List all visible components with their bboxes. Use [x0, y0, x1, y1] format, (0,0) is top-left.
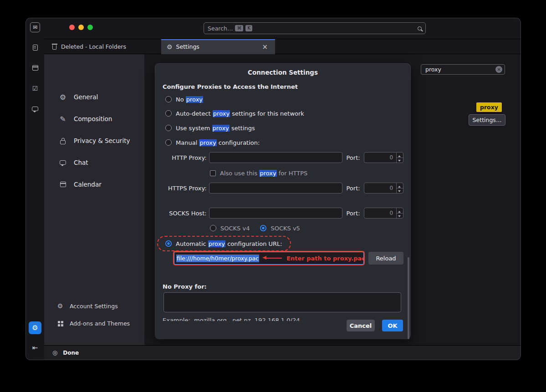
connection-settings-button[interactable]: Settings… — [469, 114, 505, 126]
zoom-window-button[interactable] — [87, 25, 93, 30]
sidebar-item-chat[interactable]: Chat — [44, 152, 144, 173]
radio-manual-proxy[interactable]: Manual proxy configuration: — [165, 138, 260, 147]
annotation-arrow-icon — [265, 258, 282, 259]
auto-proxy-url-input[interactable]: file:///home/h0mer/proxy.pac Enter path … — [174, 252, 364, 265]
minimize-window-button[interactable] — [78, 25, 84, 30]
trash-icon — [52, 45, 56, 50]
socks-host-row: SOCKS Host: Port: 0 — [163, 207, 403, 219]
radio-socks-v4[interactable] — [210, 225, 216, 231]
sidebar-item-label: Chat — [74, 159, 88, 166]
radio-icon — [165, 125, 172, 131]
gear-icon: ⚙ — [32, 324, 38, 332]
radio-socks-v5[interactable] — [260, 225, 266, 231]
tab-settings[interactable]: ⚙ Settings × — [161, 39, 275, 54]
number-stepper[interactable] — [396, 208, 403, 218]
dialog-title: Connection Settings — [155, 69, 410, 76]
clear-search-icon[interactable]: × — [495, 66, 502, 73]
close-icon[interactable]: × — [260, 43, 270, 51]
http-port-input[interactable]: 0 — [364, 152, 403, 163]
lock-icon — [60, 140, 66, 144]
https-port-input[interactable]: 0 — [364, 183, 403, 193]
sidebar-item-account-settings[interactable]: ⚙ Account Settings — [44, 297, 144, 315]
find-highlight: proxy — [212, 125, 230, 132]
settings-search-value: proxy — [425, 66, 441, 73]
calendar-icon — [32, 65, 38, 71]
search-icon — [418, 26, 422, 31]
sidebar-item-calendar[interactable]: Calendar — [44, 173, 144, 195]
search-match-highlight: proxy — [476, 102, 502, 112]
mail-icon: ✉ — [33, 24, 37, 31]
radio-system-proxy[interactable]: Use system proxy settings — [165, 124, 255, 132]
socks-host-input[interactable] — [209, 208, 343, 219]
status-text: Done — [63, 350, 79, 356]
spaces-toolbar: ✉ ☑ ⚙ ⇤ — [26, 18, 44, 360]
sidebar-item-label: Privacy & Security — [74, 137, 130, 144]
account-gear-icon: ⚙ — [56, 302, 64, 310]
settings-space-button[interactable]: ⚙ — [29, 321, 41, 334]
sidebar-item-privacy-security[interactable]: Privacy & Security — [44, 130, 144, 152]
activity-icon: ◎ — [52, 349, 57, 356]
cmd-key-badge: ⌘ — [235, 25, 243, 31]
socks-version-row: SOCKS v4 SOCKS v5 — [210, 224, 300, 232]
address-book-icon — [33, 45, 38, 51]
sidebar-item-label: General — [74, 93, 98, 101]
auto-proxy-url-row: file:///home/h0mer/proxy.pac Enter path … — [174, 251, 403, 265]
mail-space-button[interactable]: ✉ — [30, 22, 40, 32]
address-book-button[interactable] — [31, 43, 40, 52]
selected-url-text: file:///home/h0mer/proxy.pac — [176, 255, 259, 262]
tasks-button[interactable]: ☑ — [31, 84, 40, 93]
close-window-button[interactable] — [69, 25, 75, 30]
ok-button[interactable]: OK — [382, 320, 403, 331]
socks-port-input[interactable]: 0 — [364, 208, 403, 219]
radio-no-proxy[interactable]: No proxy — [165, 95, 203, 103]
https-proxy-row: HTTPS Proxy: Port: 0 — [163, 182, 403, 194]
tab-deleted-local-folders[interactable]: Deleted - Local Folders — [52, 39, 126, 54]
global-search-input[interactable]: Search… ⌘ K — [204, 22, 426, 34]
socks-v5-label: SOCKS v5 — [270, 225, 300, 232]
port-label: Port: — [346, 154, 361, 161]
tab-label: Settings — [176, 43, 199, 50]
http-proxy-input[interactable] — [209, 152, 343, 163]
addons-icon — [58, 321, 60, 323]
step-up-icon[interactable] — [397, 153, 403, 158]
sidebar-item-label: Composition — [74, 115, 112, 122]
no-proxy-for-textarea[interactable] — [163, 292, 401, 312]
step-up-icon[interactable] — [397, 183, 403, 188]
collapse-spaces-button[interactable]: ⇤ — [30, 342, 41, 353]
find-highlight: proxy — [186, 96, 203, 103]
step-down-icon[interactable] — [397, 158, 403, 163]
https-proxy-label: HTTPS Proxy: — [163, 185, 207, 192]
socks-v4-label: SOCKS v4 — [220, 225, 250, 232]
step-down-icon[interactable] — [397, 214, 403, 219]
use-proxy-for-https-checkbox[interactable]: Also use this proxy for HTTPS — [210, 169, 307, 177]
https-proxy-input[interactable] — [209, 183, 343, 193]
pencil-icon: ✎ — [59, 115, 67, 123]
sidebar-item-label: Calendar — [74, 181, 102, 188]
step-down-icon[interactable] — [397, 188, 403, 193]
sidebar-item-composition[interactable]: ✎ Composition — [44, 108, 144, 130]
annotation-text: Enter path to proxy.pac — [286, 255, 365, 262]
sidebar-item-general[interactable]: ⚙ General — [44, 86, 144, 108]
checkbox-icon — [210, 170, 216, 176]
chat-space-button[interactable] — [31, 104, 40, 113]
number-stepper[interactable] — [396, 183, 403, 193]
cancel-button[interactable]: Cancel — [347, 320, 375, 331]
gear-icon: ⚙ — [167, 43, 173, 51]
chat-icon — [32, 107, 38, 111]
active-tab-indicator — [161, 39, 275, 40]
chat-icon — [60, 160, 66, 165]
sidebar-item-addons-themes[interactable]: Add-ons and Themes — [44, 315, 144, 332]
search-placeholder: Search… — [208, 25, 233, 32]
reload-button[interactable]: Reload — [368, 252, 403, 265]
radio-automatic-proxy-url[interactable]: Automatic proxy configuration URL: — [165, 239, 282, 248]
number-stepper[interactable] — [396, 153, 403, 163]
no-proxy-for-label: No Proxy for: — [163, 283, 207, 290]
step-up-icon[interactable] — [397, 208, 403, 214]
unified-toolbar: Search… ⌘ K ≡ — [44, 18, 520, 39]
socks-host-label: SOCKS Host: — [163, 210, 207, 217]
calendar-space-button[interactable] — [31, 63, 40, 72]
radio-autodetect-proxy[interactable]: Auto-detect proxy settings for this netw… — [165, 109, 304, 117]
port-label: Port: — [346, 210, 361, 217]
settings-search-input[interactable]: proxy × — [421, 64, 505, 75]
dialog-scrollbar[interactable] — [408, 257, 409, 339]
